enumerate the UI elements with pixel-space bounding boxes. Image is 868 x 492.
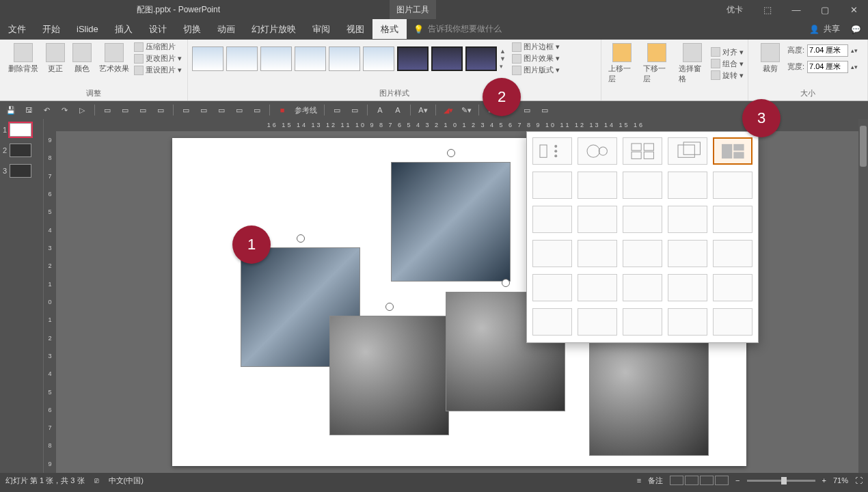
zoom-slider[interactable]: [747, 480, 815, 482]
style-thumb[interactable]: [192, 46, 223, 71]
outline-color-icon[interactable]: ✎▾: [461, 105, 472, 115]
layout-option[interactable]: [668, 274, 707, 301]
style-thumb[interactable]: [397, 46, 429, 71]
layout-option[interactable]: [578, 206, 617, 233]
width-field[interactable]: 宽度:▴▾: [785, 61, 858, 73]
tab-islide[interactable]: iSlide: [68, 19, 107, 39]
layout-option[interactable]: [578, 308, 617, 336]
qat-icon[interactable]: ▭: [120, 105, 131, 115]
maximize-button[interactable]: ▢: [811, 5, 839, 15]
gallery-more-icon[interactable]: ▾: [500, 63, 506, 70]
layout-option-selected[interactable]: [713, 137, 752, 165]
close-button[interactable]: ✕: [839, 5, 868, 15]
gallery-down-icon[interactable]: ▼: [500, 55, 506, 62]
qat-icon[interactable]: ▭: [216, 105, 227, 115]
slide-thumbnail[interactable]: 3: [3, 164, 40, 178]
rotate-handle-icon[interactable]: [297, 234, 305, 243]
redo-icon[interactable]: ↷: [59, 105, 70, 115]
zoom-out-button[interactable]: −: [735, 476, 740, 484]
layout-option[interactable]: [668, 172, 707, 199]
save-as-icon[interactable]: 🖫: [23, 105, 34, 115]
layout-option[interactable]: [713, 240, 752, 267]
layout-option[interactable]: [623, 137, 662, 165]
style-thumb[interactable]: [260, 46, 292, 71]
notes-icon[interactable]: ≡: [637, 476, 641, 484]
slide-thumbnail[interactable]: 1: [3, 123, 40, 137]
comments-icon[interactable]: 💬: [851, 25, 861, 34]
layout-option[interactable]: [532, 172, 572, 199]
qat-icon[interactable]: ▭: [252, 105, 262, 115]
ribbon-display-options-icon[interactable]: ⬚: [753, 5, 782, 15]
color-button[interactable]: 颜色: [70, 42, 94, 75]
normal-view-icon[interactable]: [670, 476, 683, 485]
minimize-button[interactable]: —: [782, 5, 811, 15]
qat-icon[interactable]: ■: [277, 105, 288, 115]
rotate-handle-icon[interactable]: [502, 279, 510, 287]
layout-option[interactable]: [713, 206, 752, 233]
qat-icon[interactable]: ▭: [155, 105, 166, 115]
picture-object[interactable]: [391, 162, 511, 282]
share-icon[interactable]: 👤: [809, 25, 819, 34]
group-button[interactable]: 组合 ▾: [711, 59, 744, 69]
tab-file[interactable]: 文件: [0, 19, 34, 39]
style-thumb[interactable]: [465, 46, 497, 71]
tab-transitions[interactable]: 切换: [175, 19, 209, 39]
crop-button[interactable]: 裁剪: [758, 42, 783, 75]
guides-button[interactable]: 参考线: [295, 105, 317, 115]
picture-styles-gallery[interactable]: ▲▼▾: [192, 46, 506, 71]
tab-insert[interactable]: 插入: [107, 19, 141, 39]
gallery-up-icon[interactable]: ▲: [500, 48, 506, 55]
qat-icon[interactable]: ▭: [331, 105, 342, 115]
qat-icon[interactable]: ▭: [234, 105, 245, 115]
zoom-level[interactable]: 71%: [833, 476, 848, 484]
layout-option[interactable]: [713, 274, 752, 301]
align-button[interactable]: 对齐 ▾: [711, 47, 744, 57]
layout-option[interactable]: [668, 240, 707, 267]
share-button[interactable]: 共享: [824, 23, 840, 35]
layout-option[interactable]: [623, 274, 662, 301]
qat-icon[interactable]: ▭: [349, 105, 360, 115]
language-indicator[interactable]: 中文(中国): [109, 476, 144, 486]
layout-option[interactable]: [578, 172, 617, 199]
qat-icon[interactable]: ▭: [102, 105, 113, 115]
slide-thumbnail[interactable]: 2: [3, 144, 40, 157]
rotate-handle-icon[interactable]: [447, 149, 455, 157]
tab-home[interactable]: 开始: [34, 19, 68, 39]
vertical-scrollbar[interactable]: [858, 119, 868, 473]
tell-me-search[interactable]: 💡 告诉我你想要做什么: [413, 19, 502, 39]
slide-counter[interactable]: 幻灯片 第 1 张，共 3 张: [5, 476, 85, 486]
undo-icon[interactable]: ↶: [41, 105, 52, 115]
send-backward-button[interactable]: 下移一层: [640, 42, 673, 85]
layout-option[interactable]: [713, 172, 752, 199]
account-name[interactable]: 优卡: [720, 4, 749, 16]
layout-option[interactable]: [668, 206, 707, 233]
picture-border-button[interactable]: 图片边框 ▾: [512, 42, 560, 52]
compress-pictures-button[interactable]: 压缩图片: [134, 42, 182, 52]
spellcheck-icon[interactable]: ⎚: [94, 476, 99, 484]
layout-option[interactable]: [532, 274, 572, 301]
qat-icon[interactable]: ▭: [137, 105, 148, 115]
start-from-beginning-icon[interactable]: ▷: [77, 105, 87, 115]
picture-effects-button[interactable]: 图片效果 ▾: [512, 53, 560, 64]
artistic-effects-button[interactable]: 艺术效果: [96, 42, 132, 75]
fit-to-window-icon[interactable]: ⛶: [855, 476, 863, 484]
style-thumb[interactable]: [363, 46, 394, 71]
reading-view-icon[interactable]: [700, 476, 714, 485]
qat-icon[interactable]: A: [392, 105, 403, 115]
slideshow-view-icon[interactable]: [715, 476, 729, 485]
style-thumb[interactable]: [431, 46, 463, 71]
layout-option[interactable]: [578, 137, 617, 165]
layout-option[interactable]: [532, 137, 572, 165]
tab-slideshow[interactable]: 幻灯片放映: [243, 19, 304, 39]
fill-color-icon[interactable]: ◢▾: [443, 105, 454, 115]
reset-picture-button[interactable]: 重设图片 ▾: [134, 65, 182, 75]
remove-background-button[interactable]: 删除背景: [5, 42, 41, 75]
layout-option[interactable]: [668, 137, 707, 165]
rotate-button[interactable]: 旋转 ▾: [711, 70, 744, 81]
tab-view[interactable]: 视图: [338, 19, 372, 39]
style-thumb[interactable]: [226, 46, 258, 71]
style-thumb[interactable]: [329, 46, 360, 71]
layout-option[interactable]: [713, 308, 752, 336]
layout-option[interactable]: [532, 240, 572, 267]
qat-icon[interactable]: ▭: [521, 105, 532, 115]
